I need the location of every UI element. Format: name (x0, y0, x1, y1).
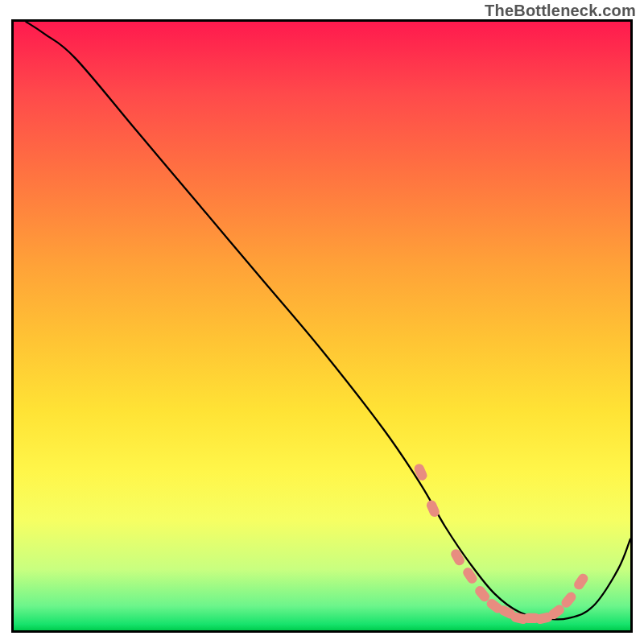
chart-frame: TheBottleneck.com (0, 0, 644, 644)
svg-rect-3 (461, 566, 479, 585)
curve-marker (413, 462, 429, 481)
attribution-text: TheBottleneck.com (485, 2, 636, 20)
svg-rect-12 (572, 572, 590, 591)
bottleneck-curve (26, 22, 630, 619)
plot-area (11, 19, 633, 633)
curve-marker (461, 566, 479, 585)
curve-marker (449, 547, 466, 567)
svg-rect-2 (449, 547, 466, 567)
svg-rect-0 (413, 462, 429, 481)
curve-marker (572, 572, 590, 591)
curve-overlay (14, 22, 630, 630)
